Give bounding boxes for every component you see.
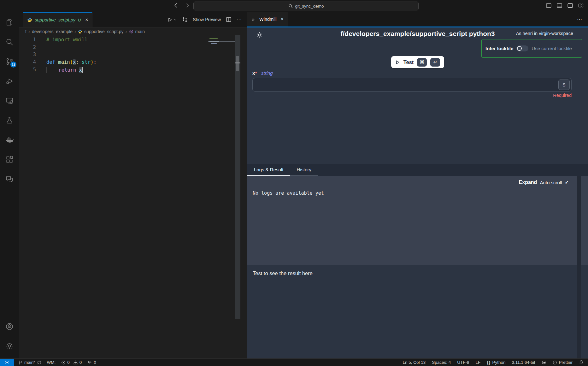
settings-gear-icon[interactable] (5, 341, 14, 351)
search-icon[interactable] (5, 37, 14, 47)
tab-logs-result[interactable]: Logs & Result (247, 164, 290, 176)
eol-sequence[interactable]: LF (476, 360, 481, 365)
result-placeholder: Test to see the result here (253, 270, 313, 276)
symbol-method-icon (129, 29, 133, 34)
webview-scrollbar[interactable] (577, 176, 581, 358)
show-preview-button[interactable]: Show Preview (193, 17, 221, 22)
required-message: Required (553, 93, 572, 98)
wm-status[interactable]: WM: (47, 360, 56, 365)
extensions-icon[interactable] (5, 155, 14, 164)
status-bar: >< main* WM: 0 0 0 Ln 5, Col 13 Spaces: … (0, 358, 588, 366)
breadcrumb-separator: › (74, 29, 76, 34)
encoding[interactable]: UTF-8 (457, 360, 469, 365)
logs-panel: Expand Auto scroll ✓ No logs are availab… (247, 176, 588, 265)
result-panel: Test to see the result here (247, 265, 588, 358)
autoscroll-label[interactable]: Auto scroll (540, 180, 562, 185)
test-button[interactable]: Test ⌘ ↵ (391, 56, 444, 68)
branch-indicator[interactable]: main* (18, 360, 41, 365)
warning-icon (73, 360, 78, 365)
run-python-file-icon[interactable] (167, 17, 177, 22)
toggle-sidebar-icon[interactable] (545, 2, 552, 9)
back-arrow-icon[interactable] (172, 2, 179, 9)
close-icon[interactable]: × (281, 17, 284, 22)
run-and-debug-icon[interactable] (5, 76, 14, 86)
title-bar: git_sync_demo (0, 0, 588, 12)
breadcrumb-separator: › (126, 29, 127, 34)
split-editor-icon[interactable] (226, 17, 232, 22)
x-input[interactable] (253, 78, 571, 91)
overview-ruler-cursor (235, 62, 240, 63)
field-name: x (252, 70, 255, 76)
problems-indicator[interactable]: 0 0 (61, 360, 82, 365)
enter-key-icon: ↵ (430, 58, 440, 67)
breadcrumb-file[interactable]: supportive_script.py (84, 29, 124, 34)
tab-supportive-script[interactable]: supportive_script.py U × (23, 12, 92, 27)
tab-git-status: U (78, 18, 81, 22)
account-icon[interactable] (5, 322, 14, 331)
remote-explorer-icon[interactable] (5, 96, 14, 105)
open-changes-icon[interactable] (182, 17, 188, 22)
command-center-search[interactable]: git_sync_demo (193, 2, 419, 10)
toggle-panel-icon[interactable] (556, 2, 563, 9)
field-label: x* string (252, 70, 273, 76)
language-mode[interactable]: {} Python (487, 360, 505, 365)
customize-layout-icon[interactable] (578, 2, 584, 9)
field-input-wrapper: $ (252, 78, 572, 92)
history-nav (172, 2, 191, 9)
insert-variable-button[interactable]: $ (558, 80, 570, 90)
infer-lockfile-label: Infer lockfile (485, 46, 513, 51)
forward-arrow-icon[interactable] (184, 2, 191, 9)
windmill-panel-group: Windmill × ⋯ f/developers_example/suppor… (247, 12, 588, 358)
cmd-key-icon: ⌘ (417, 58, 427, 67)
editor-scrollbar[interactable] (235, 35, 240, 319)
check-icon[interactable]: ✓ (565, 180, 569, 185)
breadcrumb-root[interactable]: f (25, 29, 26, 34)
test-button-label: Test (403, 59, 414, 65)
breadcrumb-separator: › (28, 29, 30, 34)
formatter-indicator[interactable]: Prettier (553, 360, 573, 365)
more-actions-icon[interactable]: ⋯ (577, 16, 582, 22)
breadcrumb-symbol[interactable]: main (135, 29, 145, 34)
close-icon[interactable]: × (85, 17, 88, 22)
comments-icon[interactable] (5, 174, 14, 184)
error-icon (61, 360, 66, 365)
required-marker: * (255, 70, 257, 76)
breadcrumb-folder[interactable]: developers_example (32, 29, 73, 34)
run-context-label: As henri in virgin-workspace (516, 31, 573, 36)
logs-empty-message: No logs are available yet (253, 190, 324, 196)
explorer-icon[interactable] (5, 18, 14, 27)
tab-filename: supportive_script.py (35, 17, 75, 22)
minimap[interactable] (208, 36, 235, 74)
code-editor[interactable]: 1# import wmill234def main(x: str):5 ret… (19, 35, 247, 358)
indentation[interactable]: Spaces: 4 (432, 360, 451, 365)
windmill-tab-label: Windmill (259, 17, 277, 22)
braces-icon: {} (487, 360, 491, 365)
breadcrumb: f › developers_example › supportive_scri… (19, 27, 247, 35)
cursor-position[interactable]: Ln 5, Col 13 (403, 360, 426, 365)
scrollbar-thumb[interactable] (236, 56, 239, 71)
copilot-icon[interactable] (541, 360, 546, 365)
more-actions-icon[interactable]: ⋯ (237, 17, 242, 23)
tab-windmill[interactable]: Windmill × (247, 12, 288, 27)
editor-actions: Show Preview ⋯ (167, 12, 247, 27)
source-control-icon[interactable]: 11 (5, 57, 14, 66)
tab-history[interactable]: History (290, 164, 318, 176)
expand-button[interactable]: Expand (519, 180, 537, 185)
search-icon (288, 4, 293, 9)
editor-group: supportive_script.py U × Show Preview ⋯ (19, 12, 247, 358)
sync-icon (37, 360, 41, 365)
layout-controls (545, 2, 584, 9)
notifications-bell-icon[interactable] (579, 360, 584, 365)
testing-icon[interactable] (5, 115, 14, 125)
docker-icon[interactable] (5, 135, 14, 145)
lockfile-options-box: Infer lockfile Use current lockfile (481, 39, 582, 58)
toggle-secondary-sidebar-icon[interactable] (567, 2, 573, 9)
ports-indicator[interactable]: 0 (87, 360, 96, 365)
remote-indicator[interactable]: >< (0, 359, 14, 366)
python-interpreter[interactable]: 3.11.1 64-bit (512, 360, 535, 365)
python-file-icon (27, 17, 32, 22)
result-tabs: Logs & Result History (247, 164, 588, 176)
lockfile-toggle[interactable] (516, 45, 528, 51)
play-icon (395, 60, 400, 65)
python-file-icon (78, 29, 82, 34)
